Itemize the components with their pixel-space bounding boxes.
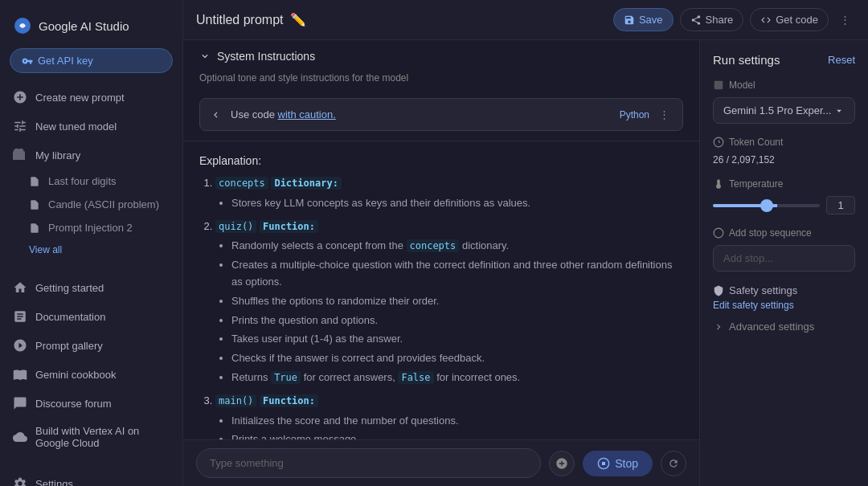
sidebar-item-last-four[interactable]: Last four digits — [0, 169, 173, 193]
cloud-icon — [13, 430, 27, 444]
item-label-2: Function: — [260, 220, 318, 233]
save-icon — [624, 14, 635, 26]
share-icon — [690, 14, 702, 26]
library-item-label-2: Candle (ASCII problem) — [48, 198, 159, 210]
code-icon — [760, 14, 772, 26]
chevron-down-icon — [833, 105, 845, 116]
temperature-value: 1 — [826, 196, 855, 214]
code-label: Use code with caution. — [231, 108, 336, 120]
sidebar-item-documentation[interactable]: Documentation — [0, 302, 173, 331]
sidebar-item-prompt-injection[interactable]: Prompt Injection 2 — [0, 216, 173, 239]
settings-icon — [13, 476, 27, 486]
sub-list-1: Stores key LLM concepts as keys and thei… — [215, 195, 683, 212]
app-name: Google AI Studio — [39, 19, 129, 33]
item-code-1: concepts — [215, 177, 268, 190]
build-vertex-label: Build with Vertex AI on Google Cloud — [35, 425, 160, 449]
library-item-label-3: Prompt Injection 2 — [48, 222, 133, 234]
system-instructions-subtitle: Optional tone and style instructions for… — [183, 72, 699, 92]
header-actions: Save Share Get code ⋮ — [613, 8, 855, 31]
add-icon — [555, 457, 568, 470]
sub-list-item: Takes user input (1-4) as the answer. — [231, 331, 683, 348]
stop-label: Stop — [615, 457, 638, 470]
input-bar: Stop — [183, 439, 699, 486]
code-file-icon — [213, 109, 224, 120]
new-tuned-model-label: New tuned model — [35, 120, 117, 133]
item-label-3: Function: — [260, 394, 318, 407]
code-block: Use code with caution. Python ⋮ — [199, 98, 683, 131]
advanced-settings-toggle[interactable]: Advanced settings — [713, 321, 855, 333]
temperature-label: Temperature — [713, 178, 855, 190]
header-left: Untitled prompt ✏️ — [196, 12, 306, 27]
temperature-section: Temperature 1 — [713, 178, 855, 214]
sidebar-item-getting-started[interactable]: Getting started — [0, 273, 173, 302]
gemini-cookbook-label: Gemini cookbook — [35, 369, 116, 381]
explanation-title: Explanation: — [199, 154, 683, 167]
sidebar-item-prompt-gallery[interactable]: Prompt gallery — [0, 331, 173, 360]
get-api-key-button[interactable]: Get API key — [10, 48, 173, 73]
save-button[interactable]: Save — [613, 8, 674, 31]
doc-icon-2 — [29, 199, 40, 210]
advanced-settings-label: Advanced settings — [729, 321, 814, 333]
temperature-slider-container: 1 — [713, 196, 855, 214]
sub-list-item: Checks if the answer is correct and prov… — [231, 350, 683, 367]
list-item-2: quiz() Function: Randomly selects a conc… — [215, 218, 683, 386]
gallery-icon — [13, 338, 27, 353]
code-block-more[interactable]: ⋮ — [659, 108, 669, 120]
sidebar-item-create-prompt[interactable]: Create new prompt — [0, 83, 173, 112]
book-icon — [13, 367, 27, 382]
system-instructions-header[interactable]: System Instructions — [183, 40, 699, 72]
token-count-value: 26 / 2,097,152 — [713, 154, 855, 165]
model-label: Model — [713, 80, 855, 91]
sidebar: Google AI Studio Get API key Create new … — [0, 0, 183, 486]
collapse-icon — [199, 51, 211, 62]
my-library-header: My library — [0, 141, 182, 169]
sidebar-item-new-tuned-model[interactable]: New tuned model — [0, 112, 173, 141]
get-code-button[interactable]: Get code — [750, 8, 829, 31]
stop-sequence-section: Add stop sequence — [713, 227, 855, 272]
model-section: Model Gemini 1.5 Pro Exper... — [713, 80, 855, 124]
inline-code-false: False — [398, 371, 433, 384]
create-prompt-icon — [13, 90, 27, 104]
edit-safety-settings-link[interactable]: Edit safety settings — [713, 300, 855, 311]
model-select[interactable]: Gemini 1.5 Pro Exper... — [713, 97, 855, 124]
item-code-3: main() — [215, 394, 256, 407]
sub-list-item: Returns True for correct answers, False … — [231, 370, 683, 386]
share-button[interactable]: Share — [680, 8, 744, 31]
get-code-label: Get code — [776, 14, 818, 26]
api-key-label: Get API key — [38, 55, 93, 67]
inline-code: concepts — [407, 239, 460, 252]
sidebar-item-build-vertex[interactable]: Build with Vertex AI on Google Cloud — [0, 418, 173, 456]
model-icon — [713, 80, 724, 91]
temperature-icon — [713, 178, 724, 190]
sidebar-item-gemini-cookbook[interactable]: Gemini cookbook — [0, 360, 173, 389]
sidebar-item-discourse-forum[interactable]: Discourse forum — [0, 389, 173, 418]
item-label-1: Dictionary: — [271, 177, 341, 190]
forum-icon — [13, 396, 27, 410]
edit-title-icon[interactable]: ✏️ — [290, 12, 306, 27]
list-item-3: main() Function: Initializes the score a… — [215, 393, 683, 439]
stop-button[interactable]: Stop — [583, 451, 653, 476]
sub-list-2: Randomly selects a concept from the conc… — [215, 238, 683, 386]
reset-button[interactable]: Reset — [828, 54, 855, 66]
add-media-button[interactable] — [549, 451, 575, 476]
sub-list-item: Shuffles the options to randomize their … — [231, 293, 683, 310]
code-caution-link[interactable]: with caution. — [278, 108, 336, 120]
system-instructions-title: System Instructions — [217, 50, 315, 63]
sidebar-item-settings[interactable]: Settings — [0, 469, 173, 486]
sub-list-item: Prints the question and options. — [231, 312, 683, 329]
main-content: Untitled prompt ✏️ Save Share Get code ⋮ — [183, 0, 868, 486]
token-count-label: Token Count — [713, 137, 855, 148]
prompt-input[interactable] — [196, 448, 541, 478]
sub-list-item: Creates a multiple-choice question with … — [231, 257, 683, 291]
view-all-link[interactable]: View all — [0, 239, 182, 260]
sidebar-item-candle[interactable]: Candle (ASCII problem) — [0, 193, 173, 216]
refresh-button[interactable] — [661, 451, 686, 476]
stop-sequence-input[interactable] — [713, 245, 855, 272]
temperature-slider[interactable] — [713, 204, 820, 207]
more-options-button[interactable]: ⋮ — [835, 9, 855, 31]
system-instructions-section: System Instructions Optional tone and st… — [183, 40, 699, 141]
svg-point-4 — [714, 228, 723, 238]
prompt-area: System Instructions Optional tone and st… — [183, 40, 699, 486]
home-icon — [13, 280, 27, 295]
prompt-gallery-label: Prompt gallery — [35, 340, 103, 352]
